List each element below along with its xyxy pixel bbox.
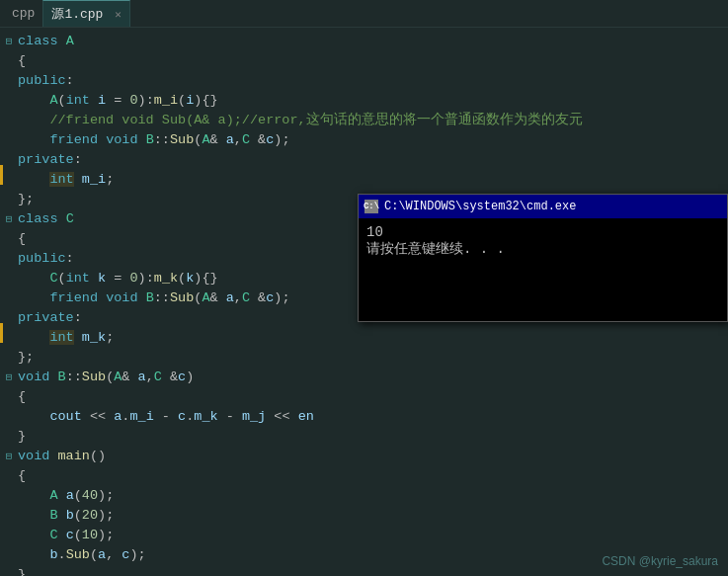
line-text-8: int m_i;: [18, 170, 728, 190]
cmd-title: C:\WINDOWS\system32\cmd.exe: [384, 200, 576, 213]
cmd-titlebar: C:\ C:\WINDOWS\system32\cmd.exe: [359, 195, 727, 218]
code-line-2: {: [0, 51, 728, 71]
line-text-19: {: [18, 387, 728, 407]
fold-icon-2[interactable]: ⊟: [6, 209, 13, 229]
line-text-2: {: [18, 51, 728, 71]
line-text-16: int m_k;: [18, 328, 728, 348]
code-line-17: };: [0, 348, 728, 368]
fold-icon-4[interactable]: ⊟: [6, 447, 13, 466]
cmd-window[interactable]: C:\ C:\WINDOWS\system32\cmd.exe 10 请按任意键…: [358, 194, 728, 322]
tab-source[interactable]: 源1.cpp ✕: [42, 0, 129, 27]
tab-close-icon[interactable]: ✕: [115, 9, 121, 21]
code-line-16: int m_k;: [0, 328, 728, 348]
code-line-8: int m_i;: [0, 170, 728, 190]
code-line-26: C c(10);: [0, 526, 728, 545]
line-text-21: }: [18, 427, 728, 447]
fold-gutter-22: ⊟: [0, 447, 18, 466]
cmd-icon: C:\: [364, 200, 378, 213]
code-line-23: {: [0, 466, 728, 486]
line-text-22: void main(): [18, 447, 728, 466]
fold-gutter-1: ⊟: [0, 32, 18, 51]
code-line-3: public:: [0, 71, 728, 91]
line-text-24: A a(40);: [18, 486, 728, 506]
line-text-26: C c(10);: [18, 526, 728, 545]
code-line-7: private:: [0, 150, 728, 170]
code-line-5: //friend void Sub(A& a);//error,这句话的意思的将…: [0, 111, 728, 130]
code-area: ⊟ class A { public: A(int i = 0):m_i(i){…: [0, 28, 728, 576]
cmd-body: 10 请按任意键继续. . .: [359, 218, 727, 321]
fold-icon-3[interactable]: ⊟: [6, 368, 13, 387]
line-text-3: public:: [18, 71, 728, 91]
code-line-22: ⊟ void main(): [0, 447, 728, 466]
fold-icon-1[interactable]: ⊟: [6, 32, 13, 51]
line-text-17: };: [18, 348, 728, 368]
line-text-23: {: [18, 466, 728, 486]
line-text-18: void B::Sub(A& a,C &c): [18, 368, 728, 387]
fold-gutter-10: ⊟: [0, 209, 18, 229]
code-line-19: {: [0, 387, 728, 407]
tab-cpp[interactable]: cpp: [4, 2, 42, 25]
watermark: CSDN @kyrie_sakura: [602, 554, 718, 568]
line-text-5: //friend void Sub(A& a);//error,这句话的意思的将…: [18, 111, 728, 130]
code-line-4: A(int i = 0):m_i(i){}: [0, 91, 728, 111]
tab-bar: cpp 源1.cpp ✕: [0, 0, 728, 28]
fold-gutter-18: ⊟: [0, 368, 18, 387]
line-text-20: cout << a.m_i - c.m_k - m_j << en: [18, 407, 728, 427]
line-text-25: B b(20);: [18, 506, 728, 526]
line-text-4: A(int i = 0):m_i(i){}: [18, 91, 728, 111]
code-line-20: cout << a.m_i - c.m_k - m_j << en: [0, 407, 728, 427]
code-line-6: friend void B::Sub(A& a,C &c);: [0, 130, 728, 150]
line-text-7: private:: [18, 150, 728, 170]
line-text-6: friend void B::Sub(A& a,C &c);: [18, 130, 728, 150]
line-text-1: class A: [18, 32, 728, 51]
code-line-24: A a(40);: [0, 486, 728, 506]
code-line-18: ⊟ void B::Sub(A& a,C &c): [0, 368, 728, 387]
code-line-25: B b(20);: [0, 506, 728, 526]
cmd-output-press: 请按任意键继续. . .: [366, 240, 719, 258]
cmd-output-number: 10: [366, 224, 719, 240]
code-line-21: }: [0, 427, 728, 447]
code-line-1: ⊟ class A: [0, 32, 728, 51]
